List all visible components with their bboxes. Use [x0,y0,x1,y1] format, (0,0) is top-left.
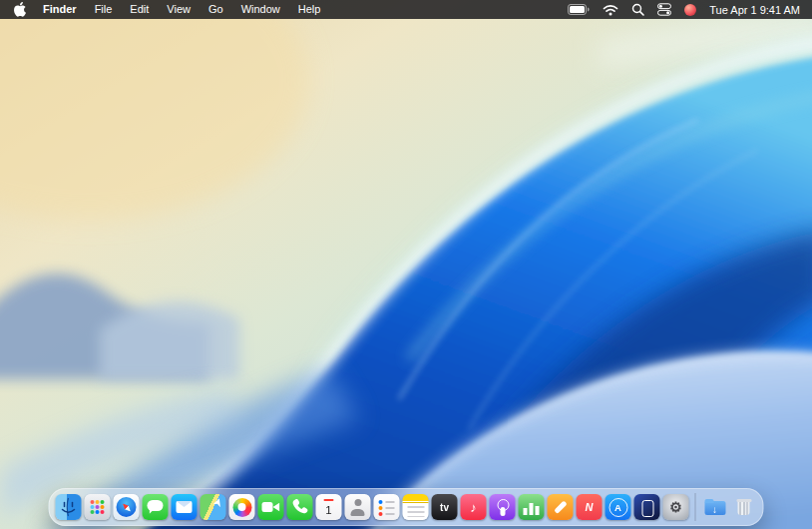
dock-item-facetime[interactable] [258,494,284,520]
dock-item-iphone-mirroring[interactable] [634,494,660,520]
reminders-icon [374,494,400,520]
dock-item-contacts[interactable] [345,494,371,520]
dock-item-podcasts[interactable] [490,494,516,520]
finder-icon [56,494,82,520]
safari-icon [114,494,140,520]
apple-icon [14,2,26,17]
dock-item-pages[interactable] [548,494,574,520]
menu-edit[interactable]: Edit [121,0,158,19]
dock-item-mail[interactable] [172,494,198,520]
dock-item-notes[interactable] [403,494,429,520]
apple-menu[interactable] [10,2,34,17]
dock-item-trash[interactable] [731,494,757,520]
dock-item-finder[interactable] [56,494,82,520]
news-icon: N [577,494,603,520]
dock-item-calendar[interactable]: 1 [316,494,342,520]
gear-icon: ⚙ [663,494,689,520]
control-center-icon[interactable] [657,3,671,16]
siri-orb [684,4,696,16]
siri-icon[interactable] [684,4,696,16]
launchpad-icon [85,494,111,520]
dock-item-app-store[interactable]: A [606,494,631,520]
phone-icon [287,494,313,520]
dock: 1 tv ♪ N A ⚙ ↓ [49,488,764,526]
dock-item-safari[interactable] [114,494,140,520]
trash-icon [731,494,757,520]
dock-item-reminders[interactable] [374,494,400,520]
menu-bar-status: Tue Apr 1 9:41 AM [568,0,800,19]
download-arrow-icon: ↓ [702,494,728,520]
facetime-icon [258,494,284,520]
music-note-icon: ♪ [461,494,487,520]
tv-icon: tv [432,494,458,520]
menu-go[interactable]: Go [200,0,232,19]
dock-item-numbers[interactable] [519,494,545,520]
app-menu-finder[interactable]: Finder [34,0,86,19]
photos-icon [229,494,255,520]
messages-icon [143,494,169,520]
mail-icon [172,494,198,520]
iphone-mirroring-icon [634,494,660,520]
pages-icon [548,494,574,520]
dock-item-news[interactable]: N [577,494,603,520]
dock-item-phone[interactable] [287,494,313,520]
dock-item-launchpad[interactable] [85,494,111,520]
spotlight-icon[interactable] [631,3,644,16]
menu-view[interactable]: View [158,0,200,19]
battery-icon[interactable] [568,4,590,15]
contacts-icon [345,494,371,520]
menu-window[interactable]: Window [232,0,289,19]
notes-icon [403,494,429,520]
dock-item-music[interactable]: ♪ [461,494,487,520]
dock-item-maps[interactable] [201,494,226,520]
menu-bar: Finder File Edit View Go Window Help Tue… [0,0,812,19]
menu-bar-clock[interactable]: Tue Apr 1 9:41 AM [709,4,800,16]
dock-item-system-settings[interactable]: ⚙ [663,494,689,520]
menu-file[interactable]: File [86,0,122,19]
dock-item-downloads[interactable]: ↓ [702,494,728,520]
app-store-icon: A [606,494,631,520]
dock-item-tv[interactable]: tv [432,494,458,520]
maps-icon [201,494,226,520]
podcasts-icon [490,494,516,520]
menu-bar-menus: Finder File Edit View Go Window Help [10,0,329,19]
calendar-day-number: 1 [316,494,342,520]
wifi-icon[interactable] [603,4,618,16]
dock-separator [695,493,696,521]
menu-help[interactable]: Help [289,0,330,19]
dock-item-messages[interactable] [143,494,169,520]
numbers-icon [519,494,545,520]
desktop-wallpaper [0,0,812,529]
dock-item-photos[interactable] [229,494,255,520]
macos-desktop: Finder File Edit View Go Window Help Tue… [0,0,812,529]
